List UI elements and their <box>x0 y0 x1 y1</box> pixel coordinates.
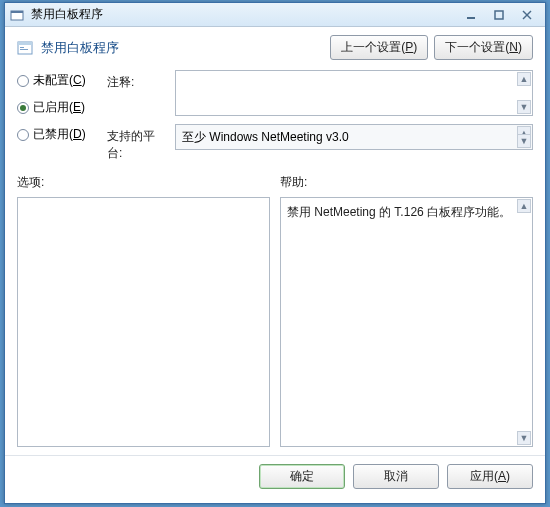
scroll-down-icon[interactable]: ▼ <box>517 134 531 148</box>
platform-row: 支持的平台: 至少 Windows NetMeeting v3.0 ▲ ▼ <box>107 124 533 162</box>
svg-rect-3 <box>495 11 503 19</box>
next-setting-button[interactable]: 下一个设置(N) <box>434 35 533 60</box>
svg-rect-1 <box>11 11 23 13</box>
policy-icon <box>17 40 33 56</box>
help-label: 帮助: <box>280 174 533 191</box>
radio-icon <box>17 129 29 141</box>
settings-body: 未配置(C) 已启用(E) 已禁用(D) 注释: ▲ ▼ 支持的平台 <box>5 64 545 166</box>
panes-row: 禁用 NetMeeting 的 T.126 白板程序功能。 ▲ ▼ <box>5 195 545 455</box>
svg-rect-9 <box>20 49 28 50</box>
radio-enabled[interactable]: 已启用(E) <box>17 99 97 116</box>
radio-not-configured[interactable]: 未配置(C) <box>17 72 97 89</box>
close-button[interactable] <box>513 6 541 24</box>
ok-button[interactable]: 确定 <box>259 464 345 489</box>
radio-icon <box>17 75 29 87</box>
cancel-button[interactable]: 取消 <box>353 464 439 489</box>
header-row: 禁用白板程序 上一个设置(P) 下一个设置(N) <box>5 27 545 64</box>
options-label: 选项: <box>17 174 270 191</box>
svg-rect-8 <box>20 47 24 48</box>
nav-buttons: 上一个设置(P) 下一个设置(N) <box>330 35 533 60</box>
comment-label: 注释: <box>107 70 167 116</box>
scroll-down-icon[interactable]: ▼ <box>517 100 531 114</box>
scroll-up-icon[interactable]: ▲ <box>517 199 531 213</box>
help-text: 禁用 NetMeeting 的 T.126 白板程序功能。 <box>287 204 526 221</box>
state-radio-group: 未配置(C) 已启用(E) 已禁用(D) <box>17 70 97 162</box>
window-controls <box>457 6 541 24</box>
pane-labels: 选项: 帮助: <box>5 166 545 195</box>
minimize-button[interactable] <box>457 6 485 24</box>
dialog-footer: 确定 取消 应用(A) <box>5 455 545 499</box>
maximize-button[interactable] <box>485 6 513 24</box>
comment-row: 注释: ▲ ▼ <box>107 70 533 116</box>
fields-column: 注释: ▲ ▼ 支持的平台: 至少 Windows NetMeeting v3.… <box>107 70 533 162</box>
titlebar: 禁用白板程序 <box>5 3 545 27</box>
platform-label: 支持的平台: <box>107 124 167 162</box>
prev-setting-button[interactable]: 上一个设置(P) <box>330 35 428 60</box>
window-title: 禁用白板程序 <box>31 6 457 23</box>
scroll-down-icon[interactable]: ▼ <box>517 431 531 445</box>
options-pane <box>17 197 270 447</box>
svg-rect-7 <box>18 42 32 45</box>
help-pane: 禁用 NetMeeting 的 T.126 白板程序功能。 ▲ ▼ <box>280 197 533 447</box>
scroll-up-icon[interactable]: ▲ <box>517 72 531 86</box>
radio-disabled[interactable]: 已禁用(D) <box>17 126 97 143</box>
apply-button[interactable]: 应用(A) <box>447 464 533 489</box>
dialog-window: 禁用白板程序 禁用白板程序 上一个设置(P) 下一个设置(N) 未配置(C) 已… <box>4 2 546 504</box>
comment-input[interactable]: ▲ ▼ <box>175 70 533 116</box>
platform-value: 至少 Windows NetMeeting v3.0 ▲ ▼ <box>175 124 533 150</box>
radio-icon <box>17 102 29 114</box>
app-icon <box>9 7 25 23</box>
page-title: 禁用白板程序 <box>41 39 119 57</box>
